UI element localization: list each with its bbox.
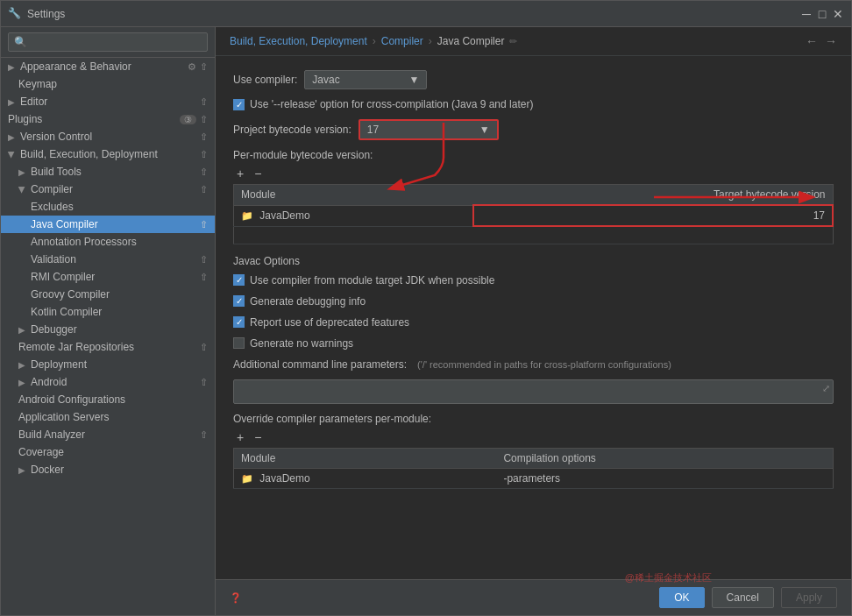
- breadcrumb-sep-1: ›: [373, 35, 376, 47]
- module-table: Module Target bytecode version 📁 JavaDem…: [233, 184, 834, 244]
- checkbox-row-4: Generate no warnings: [233, 337, 834, 350]
- sidebar-item-groovy-compiler[interactable]: Groovy Compiler: [1, 286, 215, 303]
- search-box: [1, 27, 215, 58]
- sidebar-item-build-tools[interactable]: ▶ Build Tools ⇧: [1, 163, 215, 181]
- breadcrumb-link-2[interactable]: Compiler: [381, 35, 423, 47]
- sidebar-item-compiler[interactable]: ▶ Compiler ⇧: [1, 181, 215, 198]
- sidebar-item-java-compiler[interactable]: Java Compiler ⇧: [1, 216, 215, 233]
- checkbox-3-label: Report use of deprecated features: [250, 316, 409, 329]
- sidebar-item-label: Version Control: [20, 131, 92, 143]
- use-compiler-label: Use compiler:: [233, 74, 297, 86]
- sidebar-item-editor[interactable]: ▶ Editor ⇧: [1, 93, 215, 110]
- window-controls: ─ □ ✕: [800, 8, 844, 20]
- add-module-button[interactable]: +: [233, 166, 247, 181]
- sidebar-item-kotlin-compiler[interactable]: Kotlin Compiler: [1, 303, 215, 321]
- sidebar-item-coverage[interactable]: Coverage: [1, 443, 215, 461]
- search-input[interactable]: [8, 32, 208, 52]
- expand-more-icon: ⇧: [200, 429, 208, 441]
- window-title: Settings: [27, 8, 800, 20]
- expand-more-icon: ⇧: [200, 184, 208, 195]
- sidebar-item-label: Build Tools: [31, 166, 82, 178]
- sidebar-item-debugger[interactable]: ▶ Debugger: [1, 321, 215, 338]
- add-override-button[interactable]: +: [233, 430, 247, 444]
- expand-more-icon: ⇧: [200, 114, 208, 125]
- cross-compile-label: Use '--release' option for cross-compila…: [250, 98, 533, 110]
- project-bytecode-label: Project bytecode version:: [233, 124, 351, 136]
- sidebar-item-build-analyzer[interactable]: Build Analyzer ⇧: [1, 426, 215, 443]
- dropdown-arrow-icon: ▼: [408, 74, 419, 86]
- apply-button[interactable]: Apply: [781, 587, 837, 608]
- checkbox-4[interactable]: [233, 337, 245, 349]
- compiler-value: Javac: [312, 74, 339, 86]
- sidebar-item-label: Java Compiler: [31, 218, 98, 230]
- cross-compile-row: ✓ Use '--release' option for cross-compi…: [233, 98, 834, 110]
- sidebar-item-appearance[interactable]: ▶ Appearance & Behavior ⚙ ⇧: [1, 58, 215, 75]
- expand-input-button[interactable]: ⤢: [822, 383, 830, 394]
- minimize-button[interactable]: ─: [800, 8, 813, 20]
- sidebar-item-label: Keymap: [18, 78, 57, 90]
- checkbox-row-3: ✓ Report use of deprecated features: [233, 316, 834, 329]
- dropdown-arrow-icon: ▼: [479, 124, 490, 136]
- sidebar-item-label: Excludes: [31, 201, 74, 213]
- remove-override-button[interactable]: −: [251, 430, 265, 444]
- sidebar-item-application-servers[interactable]: Application Servers: [1, 408, 215, 426]
- checkbox-row-2: ✓ Generate debugging info: [233, 295, 834, 308]
- expand-icon: ▶: [18, 325, 25, 335]
- sidebar-item-validation[interactable]: Validation ⇧: [1, 251, 215, 268]
- target-col-header: Target bytecode version: [473, 185, 833, 206]
- expand-icon: ▶: [8, 97, 15, 107]
- sidebar-item-keymap[interactable]: Keymap: [1, 75, 215, 93]
- sidebar-item-plugins[interactable]: Plugins ③ ⇧: [1, 110, 215, 128]
- ok-button[interactable]: OK: [659, 587, 704, 608]
- close-button[interactable]: ✕: [832, 8, 844, 20]
- settings-window: 🔧 Settings ─ □ ✕ ▶ Appearance & Behavior…: [0, 0, 852, 616]
- override-label: Override compiler parameters per-module:: [233, 413, 834, 425]
- help-button[interactable]: ❓: [230, 592, 242, 604]
- sidebar-item-label: RMI Compiler: [31, 271, 95, 283]
- cancel-button[interactable]: Cancel: [712, 587, 774, 608]
- expand-more-icon: ⇧: [200, 96, 208, 108]
- sidebar-item-build-execution[interactable]: ▶ Build, Execution, Deployment ⇧: [1, 145, 215, 163]
- checkmark-icon: ✓: [236, 100, 243, 110]
- sidebar-item-annotation-processors[interactable]: Annotation Processors: [1, 233, 215, 251]
- nav-forward-button[interactable]: →: [825, 34, 837, 48]
- override-options-cell: -parameters: [496, 468, 833, 488]
- empty-row: [234, 226, 834, 244]
- sidebar-item-label: Appearance & Behavior: [20, 60, 131, 73]
- sidebar-item-deployment[interactable]: ▶ Deployment: [1, 356, 215, 373]
- sidebar-item-excludes[interactable]: Excludes: [1, 198, 215, 216]
- main-split: ▶ Appearance & Behavior ⚙ ⇧ Keymap ▶ Edi…: [1, 27, 851, 615]
- settings-icon: ⚙: [188, 61, 196, 73]
- override-table: Module Compilation options 📁 JavaDemo -p…: [233, 448, 834, 489]
- sidebar-item-remote-jar[interactable]: Remote Jar Repositories ⇧: [1, 338, 215, 356]
- breadcrumb-link-1[interactable]: Build, Execution, Deployment: [230, 35, 367, 47]
- sidebar-item-android-configs[interactable]: Android Configurations: [1, 391, 215, 408]
- expand-more-icon: ⇧: [200, 219, 208, 230]
- sidebar: ▶ Appearance & Behavior ⚙ ⇧ Keymap ▶ Edi…: [1, 27, 216, 615]
- sidebar-item-version-control[interactable]: ▶ Version Control ⇧: [1, 128, 215, 145]
- maximize-button[interactable]: □: [816, 8, 828, 20]
- sidebar-item-docker[interactable]: ▶ Docker: [1, 461, 215, 478]
- module-name-cell: 📁 JavaDemo: [234, 205, 474, 226]
- checkbox-1[interactable]: ✓: [233, 274, 245, 286]
- checkmark-icon: ✓: [236, 296, 243, 306]
- expand-more-icon: ⇧: [200, 166, 208, 178]
- sidebar-item-label: Docker: [31, 464, 64, 476]
- cross-compile-checkbox[interactable]: ✓: [233, 99, 245, 110]
- checkbox-3[interactable]: ✓: [233, 316, 245, 328]
- cmd-params-input[interactable]: [233, 379, 834, 404]
- title-bar: 🔧 Settings ─ □ ✕: [1, 1, 851, 27]
- bytecode-select[interactable]: 17 ▼: [359, 119, 499, 140]
- remove-module-button[interactable]: −: [251, 166, 265, 181]
- checkbox-2[interactable]: ✓: [233, 295, 245, 307]
- breadcrumb-nav: ← →: [806, 34, 837, 48]
- folder-icon: 📁: [241, 210, 253, 221]
- sidebar-item-label: Application Servers: [18, 411, 109, 423]
- override-module-name: JavaDemo: [259, 472, 309, 485]
- sidebar-item-android[interactable]: ▶ Android ⇧: [1, 373, 215, 391]
- nav-back-button[interactable]: ←: [806, 34, 818, 48]
- module-table-toolbar: + −: [233, 166, 834, 181]
- compiler-select[interactable]: Javac ▼: [304, 70, 427, 89]
- javac-options-title: Javac Options: [233, 255, 834, 267]
- sidebar-item-rmi-compiler[interactable]: RMI Compiler ⇧: [1, 268, 215, 286]
